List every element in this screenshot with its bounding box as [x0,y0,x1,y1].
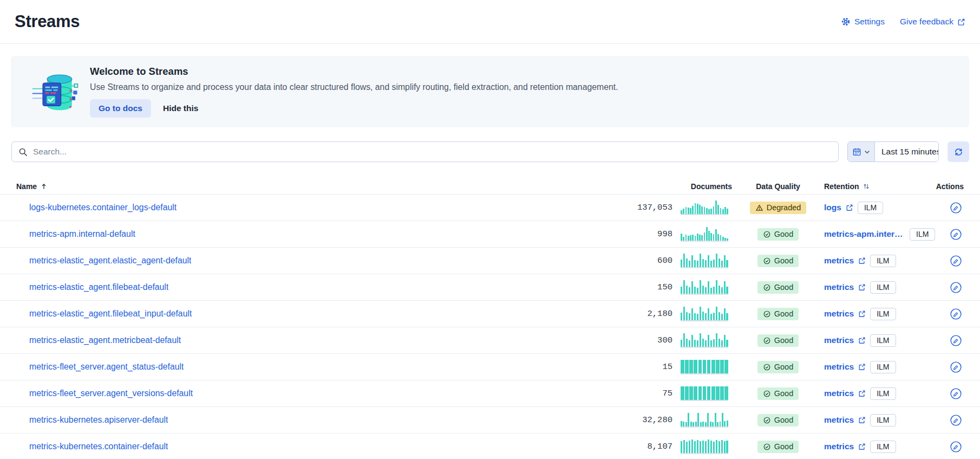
edit-stream-button[interactable] [949,387,963,400]
table-header-row: Name Documents Data Quality Retention A [0,178,980,195]
edit-pencil-circle-icon [949,201,963,215]
check-circle-icon [763,310,771,318]
edit-stream-button[interactable] [949,440,963,454]
header-actions: Settings Give feedback [841,17,965,27]
external-link-icon [858,416,866,424]
quality-label: Degraded [767,203,801,212]
table-row: metrics-elastic_agent.elastic_agent-defa… [0,248,980,274]
magnifier-icon [18,147,28,157]
table-row: metrics-kubernetes.container-default 8,1… [0,434,980,459]
external-link-icon [858,310,866,318]
retention-link[interactable]: metrics [824,282,854,292]
retention-link[interactable]: metrics [824,389,854,398]
edit-stream-button[interactable] [949,360,963,374]
table-row: metrics-elastic_agent.filebeat_input-def… [0,301,980,327]
welcome-description: Use Streams to organize and process your… [90,82,618,92]
stream-name-link[interactable]: metrics-elastic_agent.metricbeat-default [29,335,181,345]
stream-name-link[interactable]: metrics-kubernetes.apiserver-default [29,415,168,425]
quality-badge: Good [757,228,799,241]
quality-badge: Good [757,281,799,294]
welcome-title: Welcome to Streams [90,66,618,77]
edit-stream-button[interactable] [949,201,963,215]
retention-link[interactable]: logs [824,203,841,212]
retention-link[interactable]: metrics [824,335,854,345]
sort-both-icon [863,183,870,190]
stream-name-link[interactable]: metrics-fleet_server.agent_status-defaul… [29,362,184,372]
calendar-icon [852,147,861,157]
external-link-icon [957,18,965,26]
stream-name-link[interactable]: metrics-elastic_agent.filebeat-default [29,282,168,292]
go-to-docs-button[interactable]: Go to docs [90,99,151,118]
stream-name-link[interactable]: metrics-elastic_agent.elastic_agent-defa… [29,256,191,266]
welcome-actions: Go to docs Hide this [90,99,618,118]
table-row: metrics-elastic_agent.filebeat-default 1… [0,274,980,301]
external-link-icon [858,443,866,450]
stream-name-link[interactable]: metrics-elastic_agent.filebeat_input-def… [29,309,192,319]
quality-badge: Good [757,361,799,373]
edit-pencil-circle-icon [949,387,963,400]
hide-this-button[interactable]: Hide this [163,104,198,113]
edit-stream-button[interactable] [949,413,963,427]
quality-label: Good [774,256,793,265]
column-header-data-quality: Data Quality [732,182,824,191]
ilm-badge: ILM [870,387,896,400]
quality-badge: Good [757,255,799,267]
search-input[interactable] [33,147,832,157]
stream-name-link[interactable]: metrics-kubernetes.container-default [29,442,168,451]
ilm-badge: ILM [858,202,883,214]
check-circle-icon [763,337,771,345]
table-row: metrics-fleet_server.agent_status-defaul… [0,354,980,380]
quality-label: Good [774,283,793,292]
quality-label: Good [774,309,793,318]
ilm-badge: ILM [870,281,896,294]
streams-illustration-icon [31,69,79,114]
edit-stream-button[interactable] [949,228,963,241]
settings-link[interactable]: Settings [841,17,885,27]
column-header-name[interactable]: Name [13,182,580,191]
documents-count: 600 [657,256,672,266]
welcome-banner-body: Welcome to Streams Use Streams to organi… [90,66,618,118]
retention-link[interactable]: metrics-apm.interna... [824,229,905,239]
retention-link[interactable]: metrics [824,442,854,451]
external-link-icon [858,363,866,371]
ilm-badge: ILM [870,361,896,373]
retention-link[interactable]: metrics [824,256,854,266]
edit-stream-button[interactable] [949,281,963,294]
time-range-value[interactable]: Last 15 minutes [875,142,939,161]
column-header-documents[interactable]: Documents [580,182,732,191]
documents-count: 2,180 [647,309,672,319]
feedback-label: Give feedback [900,17,953,27]
edit-stream-button[interactable] [949,334,963,347]
external-link-icon [858,390,866,397]
edit-stream-button[interactable] [949,307,963,321]
column-header-retention[interactable]: Retention [824,182,943,191]
refresh-icon [954,147,963,157]
check-circle-icon [763,363,771,371]
edit-pencil-circle-icon [949,228,963,241]
refresh-button[interactable] [948,141,969,162]
quality-label: Good [774,336,793,345]
retention-link[interactable]: metrics [824,415,854,425]
retention-link[interactable]: metrics [824,309,854,319]
documents-sparkline-chart [681,254,728,268]
quality-label: Good [774,442,793,451]
check-circle-icon [763,283,771,292]
give-feedback-link[interactable]: Give feedback [900,17,965,27]
documents-count: 8,107 [647,442,672,451]
ilm-badge: ILM [910,228,935,241]
ilm-badge: ILM [870,441,896,453]
stream-name-link[interactable]: logs-kubernetes.container_logs-default [29,203,177,212]
documents-sparkline-chart [681,201,728,215]
edit-pencil-circle-icon [949,334,963,347]
edit-pencil-circle-icon [949,440,963,454]
retention-link[interactable]: metrics [824,362,854,372]
edit-pencil-circle-icon [949,360,963,374]
page-title: Streams [15,12,80,31]
edit-stream-button[interactable] [949,254,963,268]
documents-sparkline-chart [681,280,728,295]
stream-name-link[interactable]: metrics-apm.internal-default [29,229,135,239]
quality-badge: Good [757,334,799,347]
stream-name-link[interactable]: metrics-fleet_server.agent_versions-defa… [29,389,193,398]
external-link-icon [858,257,866,264]
date-quick-select-button[interactable] [848,142,875,161]
